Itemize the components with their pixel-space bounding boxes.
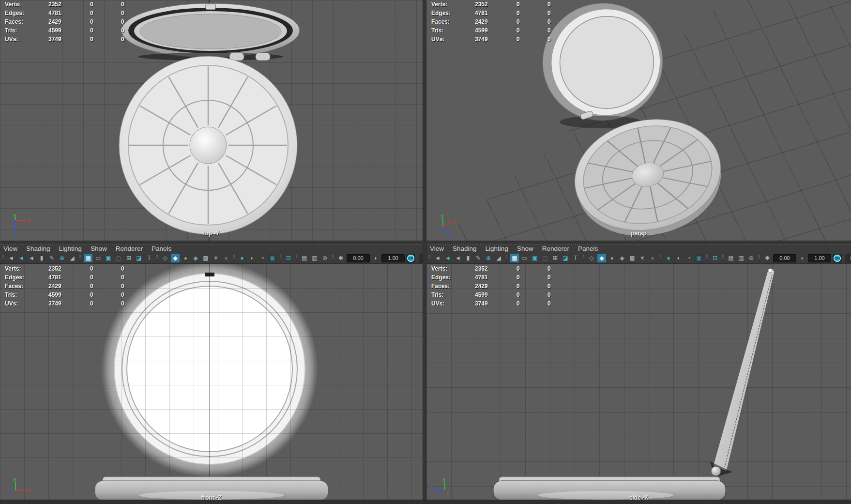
toolbar-separator — [429, 255, 430, 262]
menu-view[interactable]: View — [3, 245, 17, 252]
menu-view[interactable]: View — [430, 245, 444, 252]
textured-mode-icon[interactable]: ◕ — [181, 254, 190, 262]
no-lights-icon[interactable]: ● — [648, 254, 657, 262]
gamma-on-toggle[interactable]: ON — [833, 254, 842, 263]
smooth-shade-icon[interactable]: ◆ — [597, 254, 606, 262]
bookmark-icon[interactable]: ▮ — [464, 254, 472, 262]
isolate-add-icon[interactable]: ▥ — [310, 254, 319, 262]
menu-panels[interactable]: Panels — [578, 245, 598, 252]
menu-shading[interactable]: Shading — [26, 245, 50, 252]
gate-mask-icon[interactable]: ▢ — [114, 254, 123, 262]
panel-toolbar: ◄◄◄▮✎⊕◢▦▭▣▢⊞◪T◇◆◕◈▩☀●●◐◔▣⊡▤▥⊘✱0.00◗1.00O… — [426, 253, 851, 264]
textured-cube-icon[interactable]: ◈ — [191, 254, 200, 262]
object-select-icon[interactable]: ⊡ — [711, 254, 719, 262]
resolution-gate-icon[interactable]: ▣ — [531, 254, 539, 262]
checker-icon[interactable]: ▩ — [201, 254, 210, 262]
menu-show[interactable]: Show — [517, 245, 533, 252]
use-all-lights-icon[interactable]: ☀ — [212, 254, 220, 262]
exposure-icon[interactable]: ✱ — [336, 254, 345, 262]
playblast-camera-icon[interactable]: ◄ — [433, 254, 442, 262]
viewport-side[interactable]: ViewShadingLightingShowRendererPanels ◄◄… — [426, 244, 851, 504]
ambient-occlusion-icon[interactable]: ◐ — [248, 254, 257, 262]
use-all-lights-icon[interactable]: ☀ — [638, 254, 647, 262]
on-badge: ON — [407, 255, 414, 262]
paint-select-icon[interactable]: ◢ — [68, 254, 76, 262]
front-view-area[interactable]: Verts:235200Edges:478100Faces:242900Tris… — [0, 264, 423, 504]
object-select-icon[interactable]: ⊡ — [284, 254, 293, 262]
camera-lock-icon[interactable]: ◄ — [17, 254, 26, 262]
gamma-on-toggle[interactable]: ON — [406, 254, 415, 263]
zoom-region-icon[interactable]: ⊕ — [484, 254, 493, 262]
ambient-occlusion-icon[interactable]: ◐ — [674, 254, 683, 262]
bookmark-icon[interactable]: ▮ — [37, 254, 46, 262]
zoom-region-icon[interactable]: ⊕ — [58, 254, 66, 262]
isolate-add-icon[interactable]: ▥ — [737, 254, 745, 262]
gate-mask-icon[interactable]: ▢ — [541, 254, 549, 262]
field-chart-icon[interactable]: ⊞ — [551, 254, 560, 262]
checker-icon[interactable]: ▩ — [628, 254, 637, 262]
camera-settings-icon[interactable]: ◄ — [27, 254, 36, 262]
contrast-icon[interactable]: ◗ — [798, 254, 806, 262]
image-plane-icon[interactable]: ◪ — [561, 254, 570, 262]
maya-four-view-layout: Verts:235200Edges:478100Faces:242900Tris… — [0, 0, 851, 504]
wireframe-mode-icon[interactable]: ◇ — [587, 254, 596, 262]
menu-lighting[interactable]: Lighting — [486, 245, 508, 252]
compact-model-side-view — [426, 264, 851, 504]
contrast-field[interactable]: 1.00 — [381, 254, 405, 262]
side-view-area[interactable]: Verts:235200Edges:478100Faces:242900Tris… — [426, 264, 851, 504]
textured-mode-icon[interactable]: ◕ — [608, 254, 616, 262]
viewport-top[interactable]: Verts:235200Edges:478100Faces:242900Tris… — [0, 0, 423, 241]
viewport-persp[interactable]: Verts:235200Edges:478100Faces:242900Tris… — [426, 0, 851, 241]
hud-text-icon[interactable]: T — [145, 254, 153, 262]
panel-chrome: ViewShadingLightingShowRendererPanels ◄◄… — [0, 244, 423, 264]
menu-shading[interactable]: Shading — [453, 245, 477, 252]
toolbar-separator — [506, 255, 507, 262]
exposure-field[interactable]: 0.00 — [773, 254, 796, 262]
wireframe-mode-icon[interactable]: ◇ — [161, 254, 169, 262]
multisample-icon[interactable]: ▣ — [695, 254, 703, 262]
multisample-icon[interactable]: ▣ — [268, 254, 277, 262]
motion-blur-icon[interactable]: ◔ — [684, 254, 693, 262]
no-lights-icon[interactable]: ● — [222, 254, 230, 262]
exposure-field[interactable]: 0.00 — [347, 254, 370, 262]
panel-divider-horizontal[interactable] — [0, 241, 851, 244]
paint-select-icon[interactable]: ◢ — [494, 254, 503, 262]
camera-settings-icon[interactable]: ◄ — [454, 254, 462, 262]
field-chart-icon[interactable]: ⊞ — [124, 254, 133, 262]
color-transform-select[interactable]: sRGB gamma — [419, 254, 423, 263]
grid-icon[interactable]: ▦ — [84, 254, 92, 262]
shadows-icon[interactable]: ● — [664, 254, 673, 262]
draw-curve-icon[interactable]: ✎ — [474, 254, 483, 262]
smooth-shade-icon[interactable]: ◆ — [171, 254, 180, 262]
exposure-icon[interactable]: ✱ — [763, 254, 772, 262]
menu-renderer[interactable]: Renderer — [116, 245, 143, 252]
hud-text-icon[interactable]: T — [571, 254, 580, 262]
toolbar-separator — [722, 255, 724, 262]
film-gate-icon[interactable]: ▭ — [520, 254, 529, 262]
resolution-gate-icon[interactable]: ▣ — [104, 254, 113, 262]
textured-cube-icon[interactable]: ◈ — [618, 254, 626, 262]
isolate-select-icon[interactable]: ▤ — [300, 254, 309, 262]
isolate-select-icon[interactable]: ▤ — [727, 254, 735, 262]
xray-icon[interactable]: ⊘ — [747, 254, 756, 262]
playblast-camera-icon[interactable]: ◄ — [7, 254, 15, 262]
film-gate-icon[interactable]: ▭ — [94, 254, 103, 262]
xray-icon[interactable]: ⊘ — [320, 254, 329, 262]
camera-lock-icon[interactable]: ◄ — [443, 254, 452, 262]
panel-divider-vertical[interactable] — [423, 0, 426, 504]
menu-lighting[interactable]: Lighting — [59, 245, 82, 252]
menu-show[interactable]: Show — [91, 245, 107, 252]
menu-panels[interactable]: Panels — [152, 245, 171, 252]
contrast-icon[interactable]: ◗ — [371, 254, 380, 262]
menu-renderer[interactable]: Renderer — [542, 245, 569, 252]
image-plane-icon[interactable]: ◪ — [135, 254, 143, 262]
draw-curve-icon[interactable]: ✎ — [47, 254, 56, 262]
viewport-front[interactable]: ViewShadingLightingShowRendererPanels ◄◄… — [0, 244, 423, 504]
toolbar-separator — [156, 255, 158, 262]
motion-blur-icon[interactable]: ◔ — [258, 254, 267, 262]
toolbar-separator — [583, 255, 584, 262]
shadows-icon[interactable]: ● — [238, 254, 246, 262]
color-transform-select[interactable]: sRGB gamma — [845, 254, 851, 263]
grid-icon[interactable]: ▦ — [510, 254, 519, 262]
contrast-field[interactable]: 1.00 — [808, 254, 831, 262]
